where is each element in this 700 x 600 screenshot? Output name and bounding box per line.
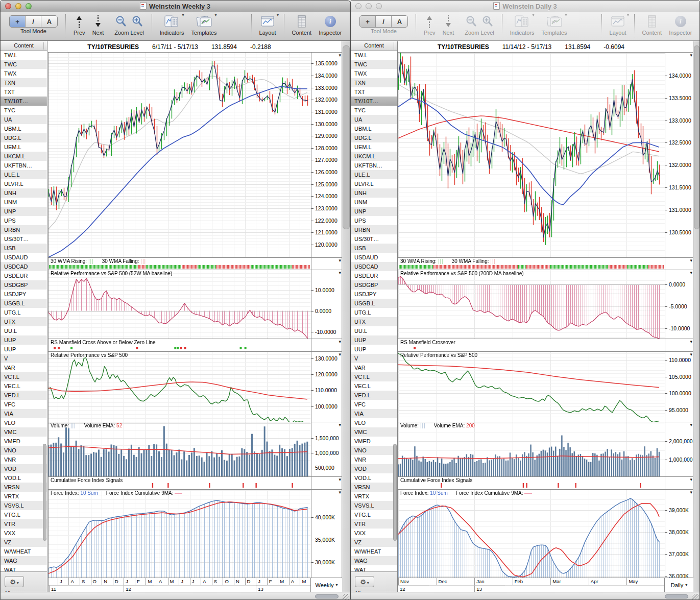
sidebar-scrollbar[interactable]	[393, 51, 397, 570]
sidebar-item-txt[interactable]: TXT	[351, 87, 397, 97]
panel-disclosure-icon[interactable]: ▾	[690, 258, 692, 263]
sidebar-item-vsvs-l[interactable]: VSVS.L	[351, 501, 397, 510]
sidebar-item-vtg-l[interactable]: VTG.L	[1, 510, 47, 519]
sidebar-item-us-30t-[interactable]: US/30T…	[351, 234, 397, 244]
sidebar-item-usdjpy[interactable]: USDJPY	[1, 290, 47, 299]
sidebar-item-usdeur[interactable]: USDEUR	[351, 271, 397, 280]
panel-disclosure-icon[interactable]: ▾	[690, 423, 692, 427]
sidebar-item-vmed[interactable]: VMED	[1, 437, 47, 446]
sidebar-item-vct-l[interactable]: VCT.L	[351, 372, 397, 381]
sidebar-item-usb[interactable]: USB	[1, 244, 47, 253]
rp_base-chart-canvas[interactable]	[49, 270, 311, 339]
sidebar-item-ty-10t-[interactable]: TY/10T…	[1, 97, 47, 106]
sidebar-item-ua[interactable]: UA	[1, 115, 47, 124]
sidebar-item-txn[interactable]: TXN	[1, 78, 47, 87]
title-bar[interactable]: Weinstein Daily 3	[351, 1, 699, 12]
sidebar-header[interactable]: Content	[351, 41, 397, 51]
indicators-button[interactable]: ▾ Indicators	[160, 14, 184, 36]
panel-disclosure-icon[interactable]: ▾	[690, 340, 692, 344]
sidebar-item-vec-l[interactable]: VEC.L	[1, 381, 47, 391]
sidebar-item-vrsn[interactable]: VRSN	[1, 483, 47, 492]
sidebar-item-unh[interactable]: UNH	[1, 188, 47, 198]
resize-grip[interactable]	[692, 594, 699, 600]
sidebar-item-tw-l[interactable]: TW.L	[1, 51, 47, 60]
sidebar-item-ty-10t-[interactable]: TY/10T…	[351, 97, 397, 106]
action-gear-button[interactable]: ⚙▾	[355, 576, 374, 587]
sidebar-item-urbn[interactable]: URBN	[351, 225, 397, 234]
sidebar-item-v[interactable]: V	[1, 354, 47, 363]
price-chart-canvas[interactable]	[398, 53, 665, 257]
sidebar-item-wag[interactable]: WAG	[1, 556, 47, 565]
sidebar-item-usgb-l[interactable]: USGB.L	[1, 299, 47, 308]
sidebar-item-utg-l[interactable]: UTG.L	[351, 308, 397, 317]
panel-disclosure-icon[interactable]: ▾	[339, 490, 341, 495]
sidebar-item-ulvr-l[interactable]: ULVR.L	[351, 179, 397, 188]
sidebar-item-vno[interactable]: VNO	[1, 446, 47, 455]
rp-chart-canvas[interactable]	[398, 352, 665, 422]
sidebar-item-twx[interactable]: TWX	[351, 69, 397, 78]
sidebar-item-tyc[interactable]: TYC	[351, 106, 397, 115]
sidebar-item-uup[interactable]: UUP	[351, 345, 397, 354]
content-button[interactable]: Content	[292, 14, 312, 36]
sidebar-item-ukftbn-[interactable]: UKFTBN…	[1, 161, 47, 170]
sidebar-item-vod-l[interactable]: VOD.L	[351, 473, 397, 483]
price-chart-canvas[interactable]	[49, 53, 311, 257]
sidebar-item-usb[interactable]: USB	[351, 244, 397, 253]
sidebar-item-ups[interactable]: UPS	[351, 216, 397, 225]
sidebar-item-usdaud[interactable]: USDAUD	[1, 253, 47, 262]
sidebar-item-ukcm-l[interactable]: UKCM.L	[1, 152, 47, 161]
sidebar-item-vsvs-l[interactable]: VSVS.L	[1, 501, 47, 510]
panel-disclosure-icon[interactable]: ▾	[690, 490, 692, 495]
sidebar-item-vod[interactable]: VOD	[1, 464, 47, 473]
sidebar-item-unp[interactable]: UNP	[1, 207, 47, 216]
horizontal-scrollbar-thumb[interactable]	[665, 594, 688, 598]
zoom-in-icon[interactable]	[132, 14, 143, 29]
sidebar-item-usgb-l[interactable]: USGB.L	[351, 299, 397, 308]
period-selector[interactable]: Daily▾	[664, 578, 693, 592]
sidebar-item-usdeur[interactable]: USDEUR	[1, 271, 47, 280]
sidebar-item-twc[interactable]: TWC	[351, 60, 397, 69]
prev-button[interactable]: Prev	[74, 14, 85, 36]
sidebar-item-vfc[interactable]: VFC	[1, 400, 47, 409]
panel-disclosure-icon[interactable]: ▾	[690, 271, 692, 275]
sidebar-item-usdcad[interactable]: USDCAD	[1, 262, 47, 271]
sidebar-item-vct-l[interactable]: VCT.L	[1, 372, 47, 381]
sidebar-item-vrtx[interactable]: VRTX	[351, 492, 397, 501]
sidebar-item-vnr[interactable]: VNR	[351, 455, 397, 464]
tool-text-button[interactable]: A	[392, 16, 407, 27]
sidebar-item-unp[interactable]: UNP	[351, 207, 397, 216]
sidebar-item-ule-l[interactable]: ULE.L	[1, 170, 47, 179]
zoom-out-icon[interactable]	[115, 14, 127, 29]
panel-disclosure-icon[interactable]: ▾	[690, 53, 692, 58]
sidebar-item-urbn[interactable]: URBN	[1, 225, 47, 234]
sidebar-item-vtr[interactable]: VTR	[351, 519, 397, 529]
rp_base-chart-canvas[interactable]	[398, 270, 665, 339]
force-chart-canvas[interactable]	[398, 490, 665, 578]
templates-button[interactable]: ▾ Templates	[541, 14, 567, 36]
sidebar-item-twx[interactable]: TWX	[1, 69, 47, 78]
sidebar-item-udg-l[interactable]: UDG.L	[351, 133, 397, 142]
panel-disclosure-icon[interactable]: ▾	[339, 271, 341, 275]
sidebar-item-ved-l[interactable]: VED.L	[1, 391, 47, 400]
sidebar-item-uup[interactable]: UUP	[1, 335, 47, 345]
vertical-scrollbar-thumb[interactable]	[694, 45, 699, 229]
tool-crosshair-button[interactable]: +	[360, 16, 376, 27]
sidebar-item-vnr[interactable]: VNR	[1, 455, 47, 464]
sidebar-item-vmc[interactable]: VMC	[351, 427, 397, 437]
period-selector[interactable]: Weekly▾	[310, 578, 342, 592]
templates-button[interactable]: ▾ Templates	[191, 14, 216, 36]
panel-disclosure-icon[interactable]: ▾	[339, 423, 341, 427]
panel-disclosure-icon[interactable]: ▾	[339, 340, 341, 344]
sidebar-item-v[interactable]: V	[351, 354, 397, 363]
sidebar-item-usdgbp[interactable]: USDGBP	[1, 280, 47, 290]
sidebar-item-utx[interactable]: UTX	[1, 317, 47, 326]
inspector-button[interactable]: i Inspector	[319, 14, 342, 36]
volume-chart-canvas[interactable]	[398, 422, 665, 476]
sidebar-item-vz[interactable]: VZ	[351, 538, 397, 547]
sidebar-item-vod-l[interactable]: VOD.L	[1, 473, 47, 483]
sidebar-item-via[interactable]: VIA	[1, 409, 47, 418]
sidebar-item-w-wheat[interactable]: W/WHEAT	[1, 547, 47, 556]
sidebar-item-uup[interactable]: UUP	[351, 335, 397, 345]
tool-text-button[interactable]: A	[41, 16, 57, 27]
zoom-in-icon[interactable]	[482, 14, 493, 29]
